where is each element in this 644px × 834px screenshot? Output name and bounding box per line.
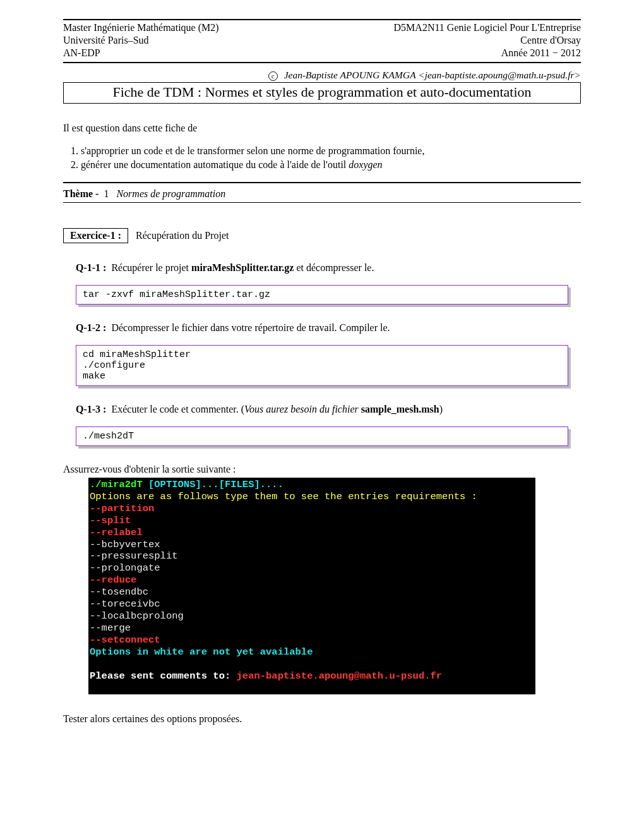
term-opt: --reduce [90, 574, 136, 586]
rule-top [63, 19, 581, 20]
q11-t2: et décompresser le. [294, 262, 374, 273]
term-opt: --partition [90, 503, 154, 514]
q13-italic: Vous aurez besoin du fichier [244, 404, 361, 414]
hdr-left-2: Université Paris–Sud [63, 34, 298, 47]
term-opt: --merge [90, 622, 131, 634]
hdr-right-1: D5MA2N11 Genie Logiciel Pour L'Entrepris… [298, 21, 581, 34]
code-block-2: cd miraMeshSplitter ./configure make [76, 345, 568, 386]
exercise-box: Exercice-1 : [63, 228, 128, 243]
term-opt: --bcbyvertex [90, 539, 160, 550]
exercise-label: Exercice-1 : [70, 230, 121, 241]
q-1-2: Q-1-2 : Décompresser le fichier dans vot… [76, 322, 581, 334]
term-please-a: Please sent comments to: [90, 670, 237, 682]
term-opt: --split [90, 515, 131, 526]
term-opt: --relabel [90, 527, 143, 538]
hdr-right-2: Centre d'Orsay [298, 34, 581, 47]
terminal-output: ./mira2dT [OPTIONS]...[FILES].... Option… [88, 478, 535, 694]
code-text-1: tar -zxvf miraMeshSplitter.tar.gz [76, 285, 568, 305]
code-block-3: ./mesh2dT [76, 426, 568, 446]
tool-name: doxygen [349, 159, 382, 170]
document-title: Fiche de TDM : Normes et styles de progr… [63, 82, 581, 104]
code-text-2: cd miraMeshSplitter ./configure make [76, 345, 568, 386]
term-opt: --prolongate [90, 562, 160, 574]
q12-label: Q-1-2 : [76, 322, 106, 333]
theme-line: Thème - 1 Normes de programmation [63, 188, 581, 200]
intro-text: Il est question dans cette fiche de [63, 123, 581, 134]
code-text-3: ./mesh2dT [76, 426, 568, 446]
goals-list: s'approprier un code et de le transforme… [81, 145, 581, 171]
goal-item-2: générer une documentation automatique du… [81, 159, 581, 171]
rule-section-bot [63, 202, 581, 203]
term-please-b: jean-baptiste.apoung@math.u-psud.fr [237, 670, 443, 682]
page: Master Ingénierie Mathématique (M2) D5MA… [63, 0, 581, 756]
q11-t1: Récupérer le projet [111, 262, 191, 273]
copyright-text: Jean-Baptiste APOUNG KAMGA <jean-baptist… [284, 70, 581, 80]
code-block-1: tar -zxvf miraMeshSplitter.tar.gz [76, 285, 568, 305]
q-1-3: Q-1-3 : Exécuter le code et commenter. (… [76, 404, 581, 415]
q11-bold: miraMeshSplitter.tar.gz [191, 262, 294, 273]
hdr-right-3: Année 2011 − 2012 [298, 47, 581, 59]
exercise-title: Récupération du Projet [136, 230, 229, 241]
copyright-line: c Jean-Baptiste APOUNG KAMGA <jean-bapti… [63, 70, 581, 81]
term-desc: Options are as follows type them to see … [90, 491, 477, 502]
hdr-left-1: Master Ingénierie Mathématique (M2) [63, 21, 298, 34]
theme-label: Thème - [63, 188, 98, 199]
tester-text: Tester alors certaines des options propo… [63, 713, 581, 725]
theme-num: 1 [104, 188, 109, 199]
q13-label: Q-1-3 : [76, 404, 106, 414]
term-cmd-args: [OPTIONS]...[FILES].... [143, 479, 283, 490]
doc-header: Master Ingénierie Mathématique (M2) D5MA… [63, 21, 581, 59]
term-opt: --tosendbc [90, 586, 148, 598]
rule-mid [63, 62, 581, 63]
theme-title: Normes de programmation [116, 188, 225, 199]
goal-item-1: s'approprier un code et de le transforme… [81, 145, 581, 157]
goal-item-2-text: générer une documentation automatique du… [81, 159, 383, 170]
term-opt: --setconnect [90, 634, 160, 646]
term-opt: --localbcprolong [90, 610, 184, 622]
q12-text: Décompresser le fichier dans votre réper… [111, 322, 390, 333]
hdr-left-3: AN-EDP [63, 47, 298, 59]
q11-label: Q-1-1 : [76, 262, 106, 273]
q13-t1: Exécuter le code et commenter. ( [111, 404, 244, 414]
term-cmd: ./mira2dT [90, 479, 143, 490]
q-1-1: Q-1-1 : Récupérer le projet miraMeshSpli… [76, 262, 581, 274]
copyright-icon: c [268, 71, 278, 81]
term-opt: --pressuresplit [90, 550, 178, 562]
rule-section-top [63, 182, 581, 183]
term-note: Options in white are not yet available [90, 646, 313, 658]
exercise-line: Exercice-1 : Récupération du Projet [63, 228, 581, 243]
q13-bold: sample_mesh.msh [361, 404, 439, 414]
assure-text: Assurrez-vous d'obtenir la sortie suivan… [63, 464, 581, 475]
q13-t2: ) [439, 404, 443, 414]
term-opt: --toreceivbc [90, 598, 160, 610]
